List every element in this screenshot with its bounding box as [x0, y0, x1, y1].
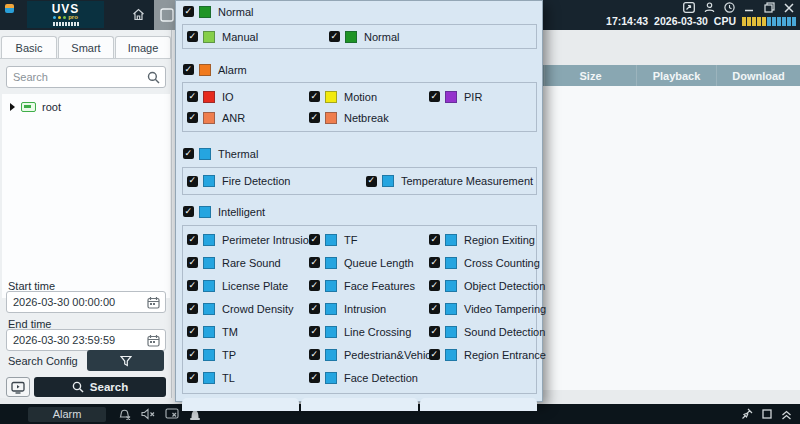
speaker-mute-icon[interactable]: [141, 408, 155, 420]
screen-close-icon[interactable]: [165, 408, 179, 420]
app-icon: [5, 4, 14, 13]
filter-option[interactable]: TM: [187, 321, 309, 342]
checkbox-icon: [309, 257, 320, 268]
filter-option[interactable]: Intelligent: [183, 201, 265, 222]
home-icon[interactable]: [131, 7, 146, 22]
filter-option[interactable]: Face Detection: [309, 367, 429, 388]
option-label: Manual: [222, 31, 258, 43]
calendar-icon[interactable]: [147, 334, 160, 347]
filter-option[interactable]: IO: [187, 86, 309, 107]
alarm-group: IO Motion PIR ANR Netbreak: [182, 82, 537, 132]
restore-icon[interactable]: [763, 2, 775, 13]
option-label: Region Exiting: [464, 234, 535, 246]
filter-option[interactable]: Fire Detection: [187, 171, 366, 192]
color-swatch: [382, 175, 394, 187]
option-label: Motion: [344, 91, 377, 103]
option-label: TL: [222, 372, 235, 384]
device-tree: root: [2, 94, 170, 298]
column-download[interactable]: Download: [716, 65, 800, 86]
checkbox-icon: [183, 6, 194, 17]
option-label: Face Detection: [344, 372, 418, 384]
alarm-button[interactable]: Alarm: [28, 407, 106, 422]
section-normal: Normal: [183, 5, 542, 18]
normal-group: Manual Normal: [182, 24, 537, 49]
filter-option[interactable]: Pedestrian&Vehicle: [309, 344, 429, 365]
color-swatch: [325, 303, 337, 315]
filter-option[interactable]: License Plate: [187, 275, 309, 296]
color-swatch: [203, 31, 215, 43]
filter-option[interactable]: Alarm: [183, 59, 247, 80]
filter-option[interactable]: Motion: [309, 86, 429, 107]
tab-basic[interactable]: Basic: [1, 36, 57, 58]
checkbox-icon: [187, 112, 198, 123]
option-label: Crowd Density: [222, 303, 294, 315]
alarm-mute-icon[interactable]: [118, 408, 131, 420]
filter-option[interactable]: ANR: [187, 107, 309, 128]
checkbox-icon: [429, 234, 440, 245]
filter-option[interactable]: Normal: [183, 1, 253, 22]
user-icon[interactable]: [703, 2, 715, 13]
column-size[interactable]: Size: [544, 65, 636, 86]
option-label: IO: [222, 91, 234, 103]
filter-option[interactable]: Normal: [329, 26, 536, 47]
checkbox-icon: [309, 234, 320, 245]
filter-option[interactable]: Thermal: [183, 143, 258, 164]
filter-option[interactable]: Video Tampering: [429, 298, 546, 319]
screen-share-icon[interactable]: [683, 2, 695, 13]
column-playback[interactable]: Playback: [636, 65, 716, 86]
popup-footer: [182, 398, 537, 411]
device-search-box: [6, 66, 166, 88]
search-config-button[interactable]: [87, 350, 164, 371]
option-label: ANR: [222, 112, 245, 124]
tab-smart[interactable]: Smart: [58, 36, 114, 58]
option-label: Pedestrian&Vehicle: [344, 349, 439, 361]
start-time-input[interactable]: [13, 292, 141, 312]
checkbox-icon: [309, 112, 320, 123]
filter-option[interactable]: Temperature Measurement: [366, 171, 536, 192]
checkbox-icon: [429, 326, 440, 337]
sidebar-tabbar: Basic Smart Image: [0, 36, 172, 59]
clock-icon[interactable]: [723, 2, 735, 13]
expand-arrow-icon[interactable]: [10, 103, 15, 111]
stop-square-icon[interactable]: [762, 409, 772, 419]
search-input[interactable]: [13, 67, 145, 87]
filter-option[interactable]: Intrusion: [309, 298, 429, 319]
tree-node-root[interactable]: root: [2, 94, 170, 113]
filter-option[interactable]: Face Features: [309, 275, 429, 296]
filter-option[interactable]: Manual: [187, 26, 329, 47]
export-view-button[interactable]: [6, 377, 30, 397]
color-swatch: [325, 257, 337, 269]
filter-option[interactable]: Netbreak: [309, 107, 429, 128]
filter-option[interactable]: PIR: [429, 86, 536, 107]
filter-option[interactable]: Queue Length: [309, 252, 429, 273]
filter-option[interactable]: Cross Counting: [429, 252, 546, 273]
collapse-up-icon[interactable]: [781, 409, 792, 420]
minimize-icon[interactable]: [743, 2, 755, 13]
tree-node-label: root: [42, 101, 61, 113]
filter-option[interactable]: Perimeter Intrusion: [187, 229, 309, 250]
checkbox-icon: [309, 303, 320, 314]
color-swatch: [199, 206, 211, 218]
color-swatch: [325, 234, 337, 246]
checkbox-icon: [187, 280, 198, 291]
search-button[interactable]: Search: [34, 377, 166, 397]
filter-option[interactable]: Rare Sound: [187, 252, 309, 273]
checkbox-icon: [429, 280, 440, 291]
tab-image[interactable]: Image: [115, 36, 171, 58]
pin-icon[interactable]: [741, 408, 753, 420]
end-time-input[interactable]: [13, 330, 141, 350]
filter-option[interactable]: Region Exiting: [429, 229, 546, 250]
filter-option[interactable]: Line Crossing: [309, 321, 429, 342]
filter-option[interactable]: Region Entrance: [429, 344, 546, 365]
calendar-icon[interactable]: [147, 296, 160, 309]
filter-option[interactable]: Crowd Density: [187, 298, 309, 319]
filter-option[interactable]: TF: [309, 229, 429, 250]
search-icon: [147, 71, 160, 84]
filter-option[interactable]: Sound Detection: [429, 321, 546, 342]
filter-option[interactable]: Object Detection: [429, 275, 546, 296]
checkbox-icon: [187, 326, 198, 337]
filter-option[interactable]: TP: [187, 344, 309, 365]
filter-option[interactable]: TL: [187, 367, 309, 388]
close-icon[interactable]: [783, 2, 795, 13]
clock-date: 2026-03-30: [654, 15, 708, 27]
